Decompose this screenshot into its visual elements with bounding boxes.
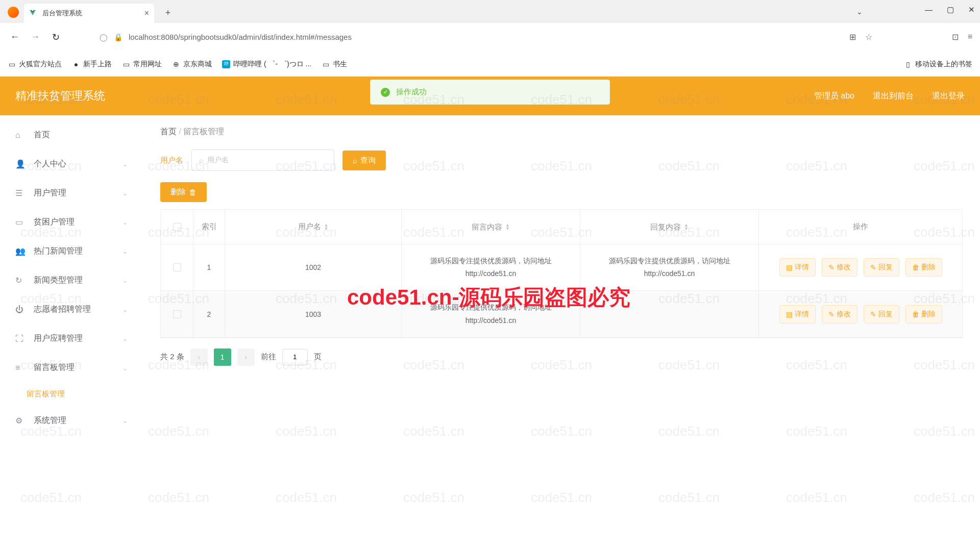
row-checkbox[interactable]: [173, 310, 181, 318]
chevron-up-icon: ⌃: [122, 364, 128, 371]
sidebar-item-home[interactable]: ⌂首页: [0, 120, 143, 149]
success-toast: ✓ 操作成功: [370, 80, 610, 105]
pager-prev[interactable]: ‹: [190, 348, 208, 366]
pager-next[interactable]: ›: [237, 348, 255, 366]
col-user[interactable]: 用户名▲▼: [225, 210, 402, 244]
delete-button[interactable]: 🗑删除: [905, 305, 942, 323]
edit-button[interactable]: ✎修改: [822, 258, 857, 277]
col-msg[interactable]: 留言内容▲▼: [402, 210, 580, 244]
pager-total: 共 2 条: [160, 352, 184, 362]
search-placeholder: 用户名: [207, 156, 229, 165]
cell-msg: 源码乐园专注提供优质源码，访问地址http://code51.cn: [402, 291, 580, 337]
mobile-bookmarks[interactable]: ▯移动设备上的书签: [904, 60, 972, 69]
sidebar-item-poverty[interactable]: ▭贫困户管理⌄: [0, 208, 143, 237]
reload-icon[interactable]: ↻: [48, 32, 63, 43]
folder-icon: ▭: [8, 60, 16, 68]
cell-user: 1003: [225, 291, 402, 337]
trash-icon: 🗑: [912, 310, 919, 318]
url-text[interactable]: localhost:8080/springbootsudk0/admin/dis…: [129, 33, 352, 41]
sidebar-item-users[interactable]: ☰用户管理⌄: [0, 179, 143, 208]
sidebar-item-messages[interactable]: ≡留言板管理⌃: [0, 353, 143, 382]
logout-link[interactable]: 退出登录: [932, 91, 965, 102]
bookmark-star-icon[interactable]: ☆: [865, 32, 872, 42]
pager-goto-suffix: 页: [314, 352, 322, 362]
sort-icon: ▲▼: [684, 223, 689, 231]
breadcrumb-current: 留言板管理: [183, 127, 224, 136]
search-icon: ⌕: [353, 156, 357, 165]
trash-icon: 🗑: [189, 188, 197, 196]
bookmark-item[interactable]: ▭书生: [322, 60, 347, 69]
sidebar-sub-messages[interactable]: 留言板管理: [27, 382, 143, 406]
back-icon[interactable]: ←: [8, 32, 22, 42]
bookmark-item[interactable]: 哔哔哩哔哩 ( ゜- ゜)つロ ...: [222, 60, 311, 69]
gear-icon: ⚙: [15, 416, 26, 425]
bookmark-item[interactable]: ●新手上路: [72, 60, 112, 69]
app-menu-icon[interactable]: ≡: [968, 32, 972, 42]
sidebar-item-volunteer[interactable]: ⏻志愿者招聘管理⌄: [0, 295, 143, 324]
chevron-down-icon: ⌄: [122, 248, 128, 255]
reply-button[interactable]: ✎回复: [864, 305, 899, 323]
power-icon: ⏻: [15, 305, 26, 314]
sidebar: ⌂首页 👤个人中心⌄ ☰用户管理⌄ ▭贫困户管理⌄ 👥热门新闻管理⌄ ↻新闻类型…: [0, 115, 143, 551]
chevron-down-icon: ⌄: [122, 277, 128, 284]
sidebar-item-apply[interactable]: ⛶用户应聘管理⌄: [0, 324, 143, 353]
close-icon[interactable]: ×: [144, 9, 149, 18]
pager-goto-label: 前往: [261, 352, 276, 362]
tab-bar: 后台管理系统 × + ⌄ — ▢ ✕: [0, 0, 980, 23]
delete-button[interactable]: 🗑删除: [905, 258, 942, 277]
breadcrumb-home[interactable]: 首页: [160, 127, 177, 136]
pager-goto-input[interactable]: [282, 349, 308, 365]
sidebar-item-newstype[interactable]: ↻新闻类型管理⌄: [0, 266, 143, 295]
chevron-down-icon: ⌄: [122, 161, 128, 168]
close-window-icon[interactable]: ✕: [968, 5, 975, 14]
sidebar-item-profile[interactable]: 👤个人中心⌄: [0, 149, 143, 179]
sidebar-item-system[interactable]: ⚙系统管理⌄: [0, 406, 143, 435]
shield-icon[interactable]: ◯: [100, 33, 108, 41]
search-input[interactable]: ⌕ 用户名: [191, 149, 334, 171]
to-frontend-link[interactable]: 退出到前台: [873, 91, 914, 102]
row-checkbox[interactable]: [173, 263, 181, 271]
extensions-icon[interactable]: ⊡: [952, 32, 959, 42]
app-header: 精准扶贫管理系统 ✓ 操作成功 管理员 abo 退出到前台 退出登录: [0, 77, 980, 115]
col-ops: 操作: [759, 210, 962, 244]
maximize-icon[interactable]: ▢: [947, 5, 954, 14]
window-controls: — ▢ ✕: [925, 5, 975, 14]
forward-icon[interactable]: →: [28, 32, 42, 42]
edit-button[interactable]: ✎修改: [822, 305, 857, 323]
cell-index: 2: [193, 291, 225, 337]
list-icon: ≡: [15, 363, 26, 372]
batch-delete-button[interactable]: 删除 🗑: [160, 182, 207, 202]
home-icon: ⌂: [15, 131, 26, 140]
edit-icon: ✎: [870, 263, 876, 271]
pager-page[interactable]: 1: [214, 348, 231, 366]
doc-icon: ▤: [786, 263, 793, 271]
breadcrumb: 首页 / 留言板管理: [160, 127, 963, 137]
minimize-icon[interactable]: —: [925, 5, 933, 14]
select-all-checkbox[interactable]: [173, 223, 181, 231]
query-button[interactable]: ⌕ 查询: [342, 151, 386, 170]
detail-button[interactable]: ▤详情: [779, 305, 816, 323]
bookmark-item[interactable]: ▭常用网址: [122, 60, 162, 69]
chevron-down-icon: ⌄: [122, 335, 128, 342]
sidebar-item-news[interactable]: 👥热门新闻管理⌄: [0, 237, 143, 266]
search-icon: ⌕: [199, 156, 203, 164]
browser-tab[interactable]: 后台管理系统 ×: [24, 4, 154, 23]
new-tab-button[interactable]: +: [160, 5, 176, 20]
mobile-icon: ▯: [904, 60, 912, 68]
firefox-icon: ●: [72, 60, 80, 68]
bookmark-item[interactable]: ⊕京东商城: [172, 60, 212, 69]
tabs-dropdown-icon[interactable]: ⌄: [856, 8, 863, 16]
firefox-logo-icon: [8, 7, 19, 18]
cell-user: 1002: [225, 244, 402, 290]
table-header-row: 索引 用户名▲▼ 留言内容▲▼ 回复内容▲▼ 操作: [161, 210, 962, 244]
detail-button[interactable]: ▤详情: [779, 258, 816, 277]
bookmarks-bar: ▭火狐官方站点 ●新手上路 ▭常用网址 ⊕京东商城 哔哔哩哔哩 ( ゜- ゜)つ…: [0, 51, 980, 77]
lock-icon[interactable]: 🔒: [114, 33, 122, 41]
reply-button[interactable]: ✎回复: [864, 258, 899, 277]
chevron-down-icon: ⌄: [122, 190, 128, 197]
admin-label[interactable]: 管理员 abo: [814, 91, 854, 102]
col-reply[interactable]: 回复内容▲▼: [580, 210, 759, 244]
bookmark-item[interactable]: ▭火狐官方站点: [8, 60, 62, 69]
doc-icon: ▤: [786, 310, 793, 318]
qr-icon[interactable]: ⊞: [849, 32, 856, 42]
